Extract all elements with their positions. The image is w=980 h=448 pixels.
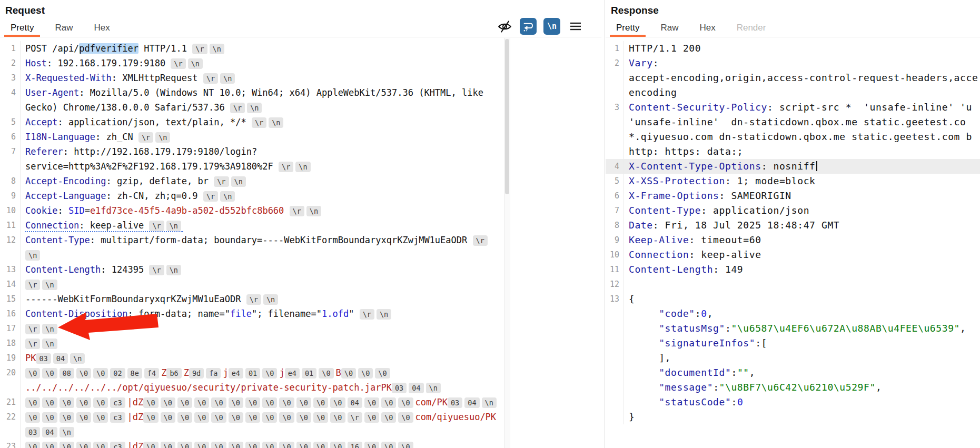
- line-content[interactable]: Content-Type: application/json: [629, 203, 980, 218]
- request-scrollbar-thumb[interactable]: [505, 39, 509, 194]
- tab-render[interactable]: Render: [730, 23, 773, 37]
- text-segment: : multipart/form-data; boundary=----WebK…: [90, 235, 473, 245]
- menu-button[interactable]: [567, 18, 584, 35]
- request-title: Request: [0, 0, 601, 19]
- byte-badge: \0: [177, 397, 192, 408]
- byte-badge: \n: [482, 397, 497, 408]
- line-content[interactable]: X-Frame-Options: SAMEORIGIN: [629, 188, 980, 203]
- line-content[interactable]: "code":0,: [629, 306, 980, 321]
- line-content[interactable]: \0\0\0\0\0c3|dZ\0\0\0\0\0\0\0\0\0\0\0\0\…: [25, 410, 504, 439]
- line-content[interactable]: \r\n: [25, 321, 504, 336]
- line-content[interactable]: http: https: data:;: [629, 144, 980, 159]
- line-content[interactable]: \r\n: [25, 336, 504, 351]
- byte-badge: \0: [93, 442, 108, 448]
- line-content[interactable]: Content-Type: multipart/form-data; bound…: [25, 233, 504, 262]
- line-content[interactable]: Content-Length: 124395 \r\n: [25, 262, 504, 277]
- line-content[interactable]: X-Requested-With: XMLHttpRequest \r\n: [25, 71, 504, 85]
- line-content[interactable]: "statusMsg":"\u6587\u4EF6\u672A\u88AB\u4…: [629, 321, 980, 336]
- byte-badge: \n: [263, 294, 278, 305]
- text-segment: :: [731, 396, 737, 407]
- line-number: 10: [606, 247, 624, 262]
- response-line-1: 1HTTP/1.1 200: [606, 41, 980, 56]
- line-content[interactable]: I18N-Language: zh_CN \r\n: [25, 130, 504, 144]
- byte-badge: \0: [76, 397, 91, 408]
- line-content[interactable]: accept-encoding,origin,access-control-re…: [629, 71, 980, 85]
- line-content[interactable]: PK0304\n: [25, 351, 504, 365]
- line-content[interactable]: Cookie: SID=e1fd73ce-45f5-4a9b-a502-d552…: [25, 203, 504, 218]
- line-content[interactable]: Accept-Language: zh-CN, zh;q=0.9 \r\n: [25, 188, 504, 203]
- line-content[interactable]: Content-Security-Policy: script-src * 'u…: [629, 100, 980, 115]
- line-content[interactable]: Accept: application/json, text/plain, */…: [25, 115, 504, 130]
- line-content[interactable]: "signatureInfos":[: [629, 336, 980, 351]
- line-content[interactable]: "statusCode":0: [629, 395, 980, 410]
- tab-hex[interactable]: Hex: [693, 23, 721, 37]
- text-segment: HTTP/1.1 200: [629, 43, 701, 54]
- response-line-10: 10Connection: keep-alive: [606, 247, 980, 262]
- text-segment: [629, 323, 659, 334]
- text-segment: [629, 367, 659, 378]
- line-content[interactable]: \0\0\0\0\0c3|dZ\0\0\0\0\0\0\0\0\0\0\0\01…: [25, 439, 504, 448]
- byte-badge: \n: [295, 162, 310, 172]
- request-line-23: 23\0\0\0\0\0c3|dZ\0\0\0\0\0\0\0\0\0\0\0\…: [0, 439, 504, 448]
- line-content[interactable]: }: [629, 410, 980, 424]
- show-newlines-button[interactable]: \n: [543, 18, 560, 35]
- tab-pretty[interactable]: Pretty: [4, 23, 40, 37]
- line-content[interactable]: Content-Disposition: form-data; name="fi…: [25, 306, 504, 321]
- toggle-visibility-button[interactable]: [496, 18, 513, 35]
- text-segment: "signatureInfos": [659, 337, 755, 349]
- tab-hex[interactable]: Hex: [87, 23, 116, 37]
- line-content[interactable]: X-XSS-Protection: 1; mode=block: [629, 174, 980, 188]
- line-content[interactable]: X-Content-Type-Options: nosniff: [629, 159, 980, 174]
- line-content[interactable]: {: [629, 292, 980, 306]
- line-content[interactable]: Referer: http://192.168.179.179:9180/log…: [25, 144, 504, 174]
- text-segment: "code": [659, 308, 695, 319]
- line-content[interactable]: "documentId":"",: [629, 365, 980, 380]
- request-editor[interactable]: 1POST /api/pdfverifier HTTP/1.1 \r\n2Hos…: [0, 38, 504, 448]
- line-content[interactable]: Keep-Alive: timeout=60: [629, 233, 980, 247]
- line-content[interactable]: ------WebKitFormBoundaryxqrKZwjMW1uEaODR…: [25, 292, 504, 306]
- request-line-6: 6I18N-Language: zh_CN \r\n: [0, 130, 504, 144]
- line-content[interactable]: Content-Length: 149: [629, 262, 980, 277]
- line-content[interactable]: 'unsafe-inline' dn-staticdown.qbox.me st…: [629, 115, 980, 130]
- text-segment: Referer: [25, 146, 63, 157]
- response-line-wrap: encoding: [606, 85, 980, 100]
- byte-badge: 02: [110, 368, 125, 379]
- tab-pretty[interactable]: Pretty: [610, 23, 646, 37]
- line-content[interactable]: *.qiyuesuo.com dn-staticdown.qbox.me sta…: [629, 130, 980, 144]
- line-content[interactable]: \r\n: [25, 277, 504, 292]
- text-segment: [629, 308, 659, 319]
- line-content[interactable]: Accept-Encoding: gzip, deflate, br \r\n: [25, 174, 504, 188]
- line-content[interactable]: Date: Fri, 18 Jul 2025 18:48:47 GMT: [629, 218, 980, 233]
- byte-badge: \0: [76, 412, 91, 423]
- byte-badge: \0: [143, 397, 158, 408]
- line-content[interactable]: "message":"\u8BF7\u6C42\u6210\u529F",: [629, 380, 980, 395]
- byte-badge: \0: [262, 442, 277, 448]
- line-content[interactable]: Vary:: [629, 56, 980, 71]
- line-content[interactable]: Host: 192.168.179.179:9180 \r\n: [25, 56, 504, 71]
- line-content[interactable]: \0\008\0\0028ef4Zb6Z9dfaje401\0je401\0B\…: [25, 365, 504, 395]
- tab-raw[interactable]: Raw: [48, 23, 79, 37]
- text-segment: Connection: [629, 249, 689, 260]
- text-segment: : Fri, 18 Jul 2025 18:48:47 GMT: [653, 220, 840, 231]
- response-editor[interactable]: 1HTTP/1.1 2002Vary:accept-encoding,origi…: [606, 38, 980, 448]
- line-content[interactable]: Connection: keep-alive \r\n: [25, 218, 504, 233]
- request-scrollbar[interactable]: [504, 38, 510, 448]
- byte-badge: \0: [194, 442, 209, 448]
- request-line-10: 10Cookie: SID=e1fd73ce-45f5-4a9b-a502-d5…: [0, 203, 504, 218]
- byte-badge: 08: [60, 368, 74, 379]
- byte-badge: \0: [143, 412, 158, 423]
- wrap-lines-button[interactable]: [520, 18, 537, 35]
- request-line-5: 5Accept: application/json, text/plain, *…: [0, 115, 504, 130]
- line-content[interactable]: HTTP/1.1 200: [629, 41, 980, 56]
- line-content[interactable]: POST /api/pdfverifier HTTP/1.1 \r\n: [25, 41, 504, 56]
- line-number: [606, 85, 624, 100]
- line-content[interactable]: \0\0\0\0\0c3|dZ\0\0\0\0\0\0\0\0\0\0\0\00…: [25, 395, 504, 410]
- byte-badge: \0: [364, 412, 379, 423]
- line-content[interactable]: User-Agent: Mozilla/5.0 (Windows NT 10.0…: [25, 85, 504, 115]
- line-content[interactable]: ],: [629, 351, 980, 365]
- byte-badge: c3: [110, 397, 125, 408]
- tab-raw[interactable]: Raw: [654, 23, 685, 37]
- line-content[interactable]: encoding: [629, 85, 980, 100]
- response-line-4: 4X-Content-Type-Options: nosniff: [606, 159, 980, 174]
- line-content[interactable]: Connection: keep-alive: [629, 247, 980, 262]
